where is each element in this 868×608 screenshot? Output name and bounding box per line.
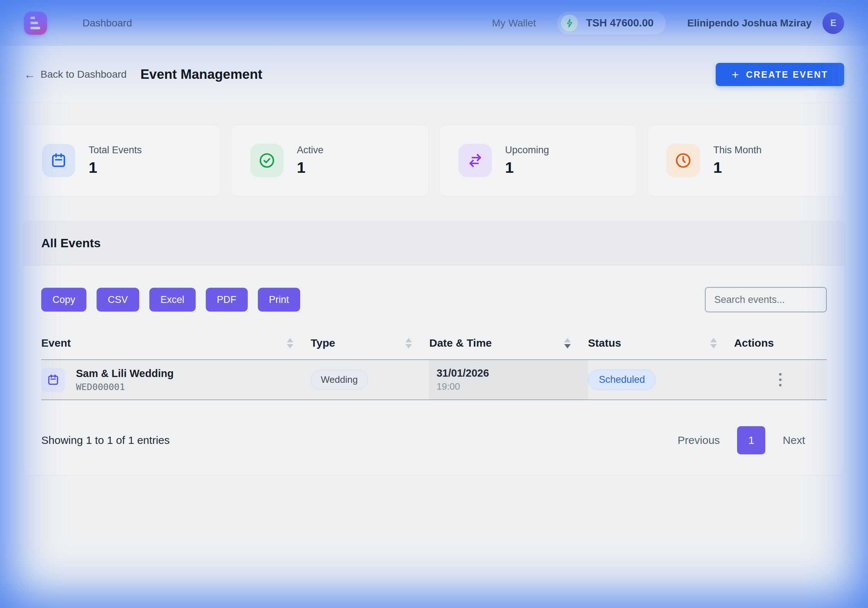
clock-icon bbox=[666, 144, 700, 177]
excel-button[interactable]: Excel bbox=[149, 288, 196, 312]
calendar-icon bbox=[42, 144, 75, 177]
stat-card-total-events: Total Events 1 bbox=[23, 124, 221, 196]
panel-title: All Events bbox=[41, 236, 101, 250]
app-bar: Dashboard My Wallet TSH 47600.00 Elinipe… bbox=[0, 0, 868, 46]
sort-icon[interactable] bbox=[405, 338, 412, 348]
stat-value: 1 bbox=[713, 159, 762, 176]
panel-header: All Events bbox=[23, 221, 845, 265]
stat-label: Active bbox=[297, 145, 324, 156]
lightning-bolt-icon bbox=[561, 14, 578, 31]
wallet-balance-pill[interactable]: TSH 47600.00 bbox=[557, 11, 666, 35]
wallet-balance: TSH 47600.00 bbox=[586, 17, 654, 29]
stat-label: Upcoming bbox=[505, 145, 549, 156]
column-header-status[interactable]: Status bbox=[588, 328, 734, 360]
print-button[interactable]: Print bbox=[258, 288, 301, 312]
sort-icon[interactable] bbox=[710, 338, 717, 348]
table-footer: Showing 1 to 1 of 1 entries Previous 1 N… bbox=[41, 426, 827, 454]
page-header: ← Back to Dashboard Event Management + C… bbox=[0, 46, 868, 103]
copy-button[interactable]: Copy bbox=[41, 288, 87, 312]
stat-value: 1 bbox=[297, 159, 324, 176]
page-title: Event Management bbox=[140, 67, 262, 82]
table-toolbar: Copy CSV Excel PDF Print bbox=[41, 287, 827, 313]
plus-icon: + bbox=[732, 68, 739, 82]
my-wallet-link[interactable]: My Wallet bbox=[492, 17, 536, 29]
event-code: WED000001 bbox=[76, 382, 174, 392]
sort-icon-descending[interactable] bbox=[564, 338, 571, 348]
stat-value: 1 bbox=[505, 159, 549, 176]
stats-row: Total Events 1 Active 1 bbox=[23, 124, 845, 196]
create-event-button[interactable]: + CREATE EVENT bbox=[716, 63, 844, 86]
event-type-badge: Wedding bbox=[311, 370, 368, 390]
event-name: Sam & Lili Wedding bbox=[76, 368, 174, 379]
transfer-arrows-icon bbox=[459, 144, 492, 177]
stat-card-this-month: This Month 1 bbox=[647, 124, 845, 196]
events-table: Event Type Date & Time bbox=[41, 328, 827, 400]
stat-label: Total Events bbox=[88, 145, 142, 156]
avatar[interactable]: E bbox=[822, 12, 844, 34]
previous-page-button[interactable]: Previous bbox=[678, 434, 720, 446]
appbar-title: Dashboard bbox=[82, 17, 132, 29]
search-input[interactable] bbox=[705, 287, 827, 313]
column-header-actions: Actions bbox=[734, 328, 827, 360]
back-link-label: Back to Dashboard bbox=[40, 69, 127, 80]
pdf-button[interactable]: PDF bbox=[206, 288, 248, 312]
column-header-event[interactable]: Event bbox=[41, 328, 311, 360]
create-event-label: CREATE EVENT bbox=[746, 70, 828, 80]
sort-icon[interactable] bbox=[287, 338, 293, 348]
current-page-button[interactable]: 1 bbox=[737, 426, 765, 454]
entries-summary: Showing 1 to 1 of 1 entries bbox=[41, 434, 170, 446]
pagination: Previous 1 Next bbox=[678, 426, 805, 454]
stat-label: This Month bbox=[713, 145, 762, 156]
event-time: 19:00 bbox=[437, 381, 588, 392]
event-management-page: Dashboard My Wallet TSH 47600.00 Elinipe… bbox=[0, 0, 868, 608]
app-logo-icon[interactable] bbox=[24, 12, 47, 35]
event-calendar-icon bbox=[41, 368, 65, 392]
row-actions-menu-icon[interactable] bbox=[770, 373, 791, 387]
stat-card-upcoming: Upcoming 1 bbox=[439, 124, 637, 196]
column-header-date-time[interactable]: Date & Time bbox=[429, 328, 588, 360]
back-to-dashboard-link[interactable]: ← Back to Dashboard bbox=[24, 69, 127, 80]
user-name: Elinipendo Joshua Mziray bbox=[687, 17, 812, 29]
csv-button[interactable]: CSV bbox=[96, 288, 139, 312]
event-date: 31/01/2026 bbox=[437, 367, 588, 379]
check-circle-icon bbox=[250, 144, 284, 177]
all-events-panel: All Events Copy CSV Excel PDF Print Even… bbox=[23, 221, 845, 476]
stat-value: 1 bbox=[88, 159, 142, 176]
table-row[interactable]: Sam & Lili Wedding WED000001 Wedding 31/… bbox=[41, 360, 827, 400]
next-page-button[interactable]: Next bbox=[783, 434, 805, 446]
stat-card-active: Active 1 bbox=[231, 124, 429, 196]
back-arrow-icon: ← bbox=[24, 69, 36, 80]
status-badge: Scheduled bbox=[588, 370, 656, 390]
column-header-type[interactable]: Type bbox=[311, 328, 429, 360]
